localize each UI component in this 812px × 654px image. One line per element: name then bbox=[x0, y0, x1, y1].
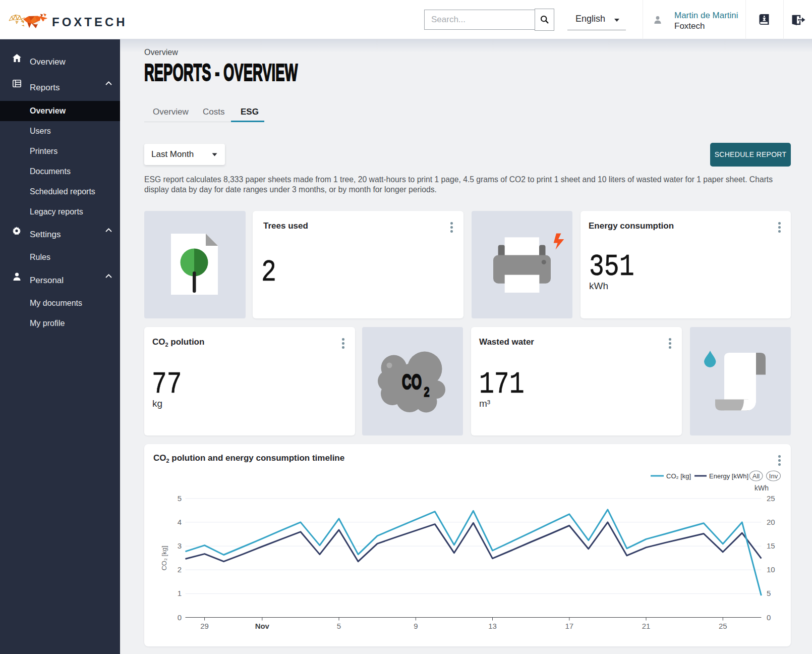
svg-text:5: 5 bbox=[767, 589, 771, 597]
svg-text:25: 25 bbox=[767, 494, 775, 503]
svg-text:2: 2 bbox=[178, 565, 182, 574]
svg-text:17: 17 bbox=[565, 622, 573, 630]
svg-text:Inv: Inv bbox=[769, 472, 778, 480]
svg-text:1: 1 bbox=[178, 589, 182, 597]
svg-text:25: 25 bbox=[719, 622, 727, 630]
svg-text:13: 13 bbox=[488, 622, 497, 630]
svg-text:9: 9 bbox=[414, 622, 418, 630]
svg-text:4: 4 bbox=[178, 518, 182, 526]
svg-text:Energy [kWh]: Energy [kWh] bbox=[709, 472, 748, 480]
svg-text:0: 0 bbox=[767, 613, 771, 622]
svg-text:CO₂ [kg]: CO₂ [kg] bbox=[666, 472, 691, 480]
svg-text:2: 2 bbox=[424, 385, 430, 400]
svg-text:0: 0 bbox=[178, 613, 182, 622]
svg-text:15: 15 bbox=[767, 541, 775, 550]
svg-text:5: 5 bbox=[337, 622, 341, 630]
svg-text:CO: CO bbox=[402, 369, 422, 394]
svg-text:CO₂ [kg]: CO₂ [kg] bbox=[160, 546, 168, 570]
svg-text:10: 10 bbox=[767, 565, 775, 574]
svg-text:kWh: kWh bbox=[755, 484, 769, 492]
svg-text:All: All bbox=[752, 472, 760, 480]
svg-text:21: 21 bbox=[642, 622, 651, 630]
svg-text:Nov: Nov bbox=[255, 622, 270, 630]
svg-text:5: 5 bbox=[178, 494, 182, 503]
svg-text:20: 20 bbox=[767, 518, 775, 526]
svg-text:3: 3 bbox=[178, 541, 182, 550]
svg-text:29: 29 bbox=[200, 622, 209, 630]
